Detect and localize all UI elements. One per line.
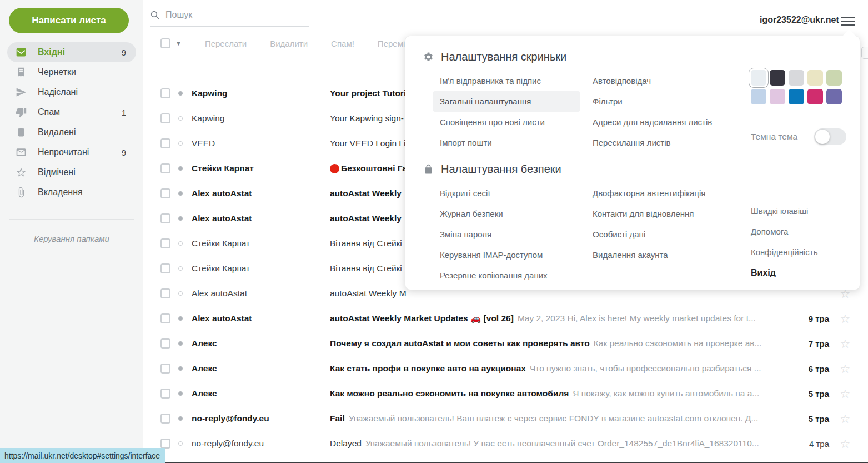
email-snippet: Я покажу, как можно купить автомобиль на… xyxy=(573,389,759,399)
email-subject: autoAstat Weekly xyxy=(330,213,402,223)
email-row[interactable]: Alex autoAstat autoAstat Weekly Market U… xyxy=(155,306,861,331)
read-status-dot xyxy=(178,141,183,146)
sidebar-folder-item[interactable]: Відмічені xyxy=(7,162,136,182)
folder-list: Вхідні 9 Чернетки Надіслані Спам 1 Видал… xyxy=(0,42,143,202)
settings-menu-item[interactable]: Контакти для відновлення xyxy=(586,203,712,224)
settings-menu-item[interactable]: Сповіщення про нові листи xyxy=(433,112,580,132)
settings-menu-item[interactable]: Зміна пароля xyxy=(433,224,580,245)
email-subject: Безкоштовні Га xyxy=(341,163,407,173)
email-checkbox[interactable] xyxy=(160,439,170,449)
theme-swatch-cream[interactable] xyxy=(807,70,823,86)
menu-link[interactable]: Швидкі клавіші xyxy=(751,201,854,221)
folder-count: 1 xyxy=(122,108,126,117)
sidebar-folder-item[interactable]: Непрочитані 9 xyxy=(7,142,136,162)
chevron-down-icon[interactable]: ▼ xyxy=(175,40,182,47)
theme-swatch-dark[interactable] xyxy=(770,70,785,86)
settings-menu-item[interactable]: Резервне копіювання даних xyxy=(433,265,580,286)
settings-menu-item[interactable]: Фільтри xyxy=(586,91,719,112)
hamburger-menu-icon[interactable] xyxy=(841,17,855,28)
dropdown-caret xyxy=(842,29,856,37)
email-row[interactable]: no-reply@fondy.eu Fail Уважаемый пользов… xyxy=(155,406,861,431)
settings-menu-item[interactable]: Імпорт пошти xyxy=(433,132,580,153)
email-row[interactable]: Алекс Как можно реально сэкономить на по… xyxy=(155,381,861,406)
toolbar-button[interactable]: Видалити xyxy=(270,39,308,48)
select-all-checkbox[interactable] xyxy=(160,38,170,48)
email-snippet: Как реально сэкономить на проверке ав... xyxy=(594,338,762,349)
settings-menu-item[interactable]: Пересилання листів xyxy=(586,132,719,153)
folder-label: Спам xyxy=(38,107,122,117)
settings-menu-item[interactable]: Особисті дані xyxy=(586,224,712,245)
sidebar-folder-item[interactable]: Вкладення xyxy=(7,182,136,202)
email-row[interactable]: no-reply@fondy.eu Delayed Уважаемый поль… xyxy=(155,431,861,456)
email-row[interactable]: Алекс Почему я создал autoAstat и мои со… xyxy=(155,331,861,356)
dark-theme-toggle[interactable] xyxy=(814,128,846,145)
settings-menu-item[interactable]: Автовідповідач xyxy=(586,71,719,91)
account-email[interactable]: igor23522@ukr.net xyxy=(760,15,839,25)
menu-link[interactable]: Вихід xyxy=(751,262,854,283)
toolbar-button[interactable]: Спам! xyxy=(331,39,354,48)
email-snippet: Уважаемый пользователь! У вас есть неопл… xyxy=(365,439,759,449)
email-checkbox[interactable] xyxy=(160,364,170,374)
email-subject: Your project Tutori xyxy=(330,88,406,98)
email-sender: VEED xyxy=(192,138,330,148)
star-icon[interactable]: ☆ xyxy=(829,338,861,350)
sidebar-folder-item[interactable]: Спам 1 xyxy=(7,102,136,122)
theme-swatch-light[interactable] xyxy=(751,70,766,86)
email-checkbox[interactable] xyxy=(160,313,170,323)
settings-menu-item[interactable]: Загальні налаштування xyxy=(433,91,580,112)
theme-swatch-magenta[interactable] xyxy=(807,89,823,104)
compose-button[interactable]: Написати листа xyxy=(9,8,129,33)
settings-menu-item[interactable]: Відкриті сесії xyxy=(433,183,580,203)
email-checkbox[interactable] xyxy=(160,113,170,123)
red-circle-icon xyxy=(330,164,339,173)
email-checkbox[interactable] xyxy=(160,188,170,198)
toggle-knob xyxy=(815,130,830,144)
settings-menu-item[interactable]: Двофакторна автентифікація xyxy=(586,183,712,203)
settings-menu-item[interactable]: Ім'я відправника та підпис xyxy=(433,71,580,91)
star-icon[interactable]: ☆ xyxy=(829,313,861,325)
star-icon[interactable]: ☆ xyxy=(829,413,861,425)
sidebar: Написати листа Вхідні 9 Чернетки Надісла… xyxy=(0,0,143,463)
email-checkbox[interactable] xyxy=(160,389,170,399)
email-sender: Алекс xyxy=(192,338,330,349)
theme-swatch-sage[interactable] xyxy=(826,70,842,86)
search-input[interactable] xyxy=(165,10,309,20)
dark-theme-row: Темна тема xyxy=(751,128,846,145)
theme-swatch-purple[interactable] xyxy=(826,89,842,104)
mailbox-settings-items: Ім'я відправника та підпис Загальні нала… xyxy=(440,71,734,153)
theme-swatch-light-blue[interactable] xyxy=(751,89,766,104)
star-icon[interactable]: ☆ xyxy=(829,388,861,400)
email-checkbox[interactable] xyxy=(160,263,170,273)
email-row[interactable]: Алекс Как стать профи в покупке авто на … xyxy=(155,356,861,381)
email-checkbox[interactable] xyxy=(160,288,170,298)
sidebar-folder-item[interactable]: Видалені xyxy=(7,122,136,142)
theme-swatch-blue[interactable] xyxy=(789,89,804,104)
settings-menu-item[interactable]: Адреси для надсилання листів xyxy=(586,112,719,132)
email-checkbox[interactable] xyxy=(160,238,170,248)
sidebar-folder-item[interactable]: Вхідні 9 xyxy=(7,42,136,62)
settings-menu-item[interactable]: Керування IMAP-доступом xyxy=(433,245,580,265)
menu-link[interactable]: Конфіденційність xyxy=(751,242,854,262)
read-status-dot xyxy=(178,316,183,321)
settings-menu-item[interactable]: Видалення акаунта xyxy=(586,245,712,265)
star-icon[interactable]: ☆ xyxy=(829,363,861,375)
email-checkbox[interactable] xyxy=(160,414,170,424)
settings-menu-item[interactable]: Журнал безпеки xyxy=(433,203,580,224)
manage-folders-link[interactable]: Керування папками xyxy=(0,234,143,243)
email-checkbox[interactable] xyxy=(160,163,170,173)
settings-sections: Налаштування скриньки Ім'я відправника т… xyxy=(405,36,734,290)
sidebar-folder-item[interactable]: Надіслані xyxy=(7,82,136,102)
theme-swatch-pink[interactable] xyxy=(770,89,785,104)
email-date: 5 тра xyxy=(794,414,829,424)
menu-link[interactable]: Допомога xyxy=(751,221,854,242)
email-checkbox[interactable] xyxy=(160,213,170,223)
toolbar-button[interactable]: Переслати xyxy=(205,39,247,48)
read-status-dot xyxy=(178,241,183,246)
sidebar-folder-item[interactable]: Чернетки xyxy=(7,62,136,82)
edge-widget-partial xyxy=(861,47,868,59)
theme-swatch-gray[interactable] xyxy=(789,70,804,86)
email-checkbox[interactable] xyxy=(160,338,170,349)
email-checkbox[interactable] xyxy=(160,88,170,98)
star-icon[interactable]: ☆ xyxy=(829,438,861,450)
email-checkbox[interactable] xyxy=(160,138,170,148)
